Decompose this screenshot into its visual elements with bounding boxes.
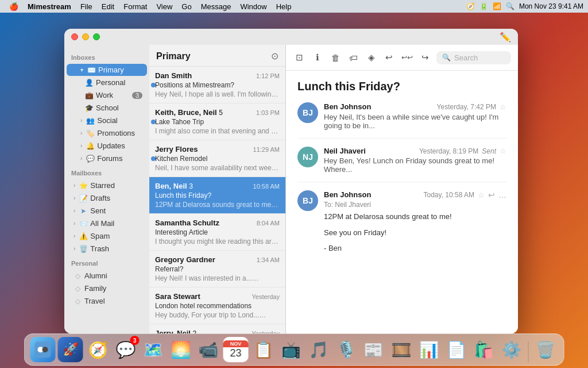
email-item[interactable]: Keith, Bruce, Neil 5 1:03 PM Lake Tahoe … (149, 103, 285, 140)
minimize-button[interactable] (82, 33, 89, 40)
dock-launchpad[interactable]: 🚀 (58, 337, 83, 362)
sidebar-item-updates[interactable]: › 🔔 Updates (67, 140, 147, 152)
message-meta: Yesterday, 8:19 PM Sent ☆ (419, 147, 506, 155)
sidebar-item-family[interactable]: ◇ Family (67, 282, 147, 294)
app-menu[interactable]: Mimestream (23, 0, 76, 13)
email-subject: London hotel recommendations (155, 302, 280, 310)
actions-icon[interactable]: ↩ (488, 190, 495, 200)
sidebar-item-promotions[interactable]: › 🏷️ Promotions (67, 127, 147, 139)
file-menu[interactable]: File (76, 0, 97, 13)
email-item-header: Keith, Bruce, Neil 5 1:03 PM (155, 108, 280, 117)
dock-messages[interactable]: 💬 3 (113, 337, 138, 362)
dock-numbers[interactable]: 📊 (416, 337, 442, 362)
email-item[interactable]: Samantha Schultz 8:04 AM Interesting Art… (149, 214, 285, 251)
dock-music[interactable]: 🎵 (306, 337, 331, 362)
filter-icon[interactable]: ⊙ (271, 51, 278, 62)
dock-finder[interactable] (30, 337, 56, 362)
dock-reminders[interactable]: 📋 (251, 337, 276, 362)
sidebar-item-school[interactable]: 🎓 School (67, 102, 147, 114)
sidebar-item-trash[interactable]: › 🗑️ Trash (67, 243, 147, 255)
dock-podcasts[interactable]: 🎙️ (334, 337, 359, 362)
email-item[interactable]: Jerry, Neil 2 Yesterday Cabinet Options … (149, 324, 285, 334)
email-preview: Hey buddy, For your trip to Lond...Trave… (155, 311, 280, 319)
forums-icon: 💬 (86, 155, 94, 163)
star-icon[interactable]: ☆ (478, 191, 485, 200)
email-from: Keith, Bruce, Neil 5 (155, 108, 223, 117)
email-item-selected[interactable]: Ben, Neil 3 10:58 AM Lunch this Friday? … (149, 177, 285, 214)
email-item[interactable]: Gregory Gardner 1:34 AM Referral? Hey Ne… (149, 251, 285, 288)
sidebar-item-sent[interactable]: › ➤ Sent (67, 205, 147, 217)
sidebar-item-travel[interactable]: ◇ Travel (67, 295, 147, 307)
sidebar-item-label: Trash (90, 244, 142, 253)
more-icon[interactable]: … (498, 190, 506, 200)
edit-menu[interactable]: Edit (97, 0, 119, 13)
reply-all-button[interactable]: ↩↩ (401, 49, 414, 66)
sidebar-item-work[interactable]: 💼 Work 3 (67, 89, 147, 101)
sidebar-item-forums[interactable]: › 💬 Forums (67, 152, 147, 164)
email-from: Gregory Gardner (155, 255, 215, 264)
email-preview: 12PM at Delarosa sounds great to me! Se.… (155, 201, 280, 209)
dock-pages[interactable]: 📄 (444, 337, 469, 362)
star-icon[interactable]: ☆ (500, 147, 506, 155)
chevron-right-icon: › (74, 233, 75, 239)
email-item[interactable]: Jerry Flores 11:29 AM Kitchen Remodel Ne… (149, 140, 285, 177)
menubar-clock: Mon Nov 23 9:41 AM (519, 2, 583, 10)
dock-preferences[interactable]: ⚙️ (499, 337, 524, 362)
message-menu[interactable]: Message (196, 0, 236, 13)
tag-button[interactable]: ◈ (365, 49, 378, 66)
email-subject: Kitchen Remodel (155, 155, 280, 163)
email-item[interactable]: Sara Stewart Yesterday London hotel reco… (149, 288, 285, 324)
go-menu[interactable]: Go (177, 0, 196, 13)
dock-trash[interactable]: 🗑️ (533, 337, 558, 362)
sidebar-item-social[interactable]: › 👥 Social (67, 114, 147, 126)
detail-search[interactable]: 🔍 Search (436, 51, 511, 64)
search-icon: 🔍 (442, 53, 451, 62)
sidebar-item-label: All Mail (90, 219, 142, 228)
email-item-header: Samantha Schultz 8:04 AM (155, 218, 280, 227)
info-button[interactable]: ℹ (311, 49, 324, 66)
help-menu[interactable]: Help (272, 0, 296, 13)
email-from: Jerry, Neil 2 (155, 329, 196, 334)
sidebar-item-drafts[interactable]: › 📝 Drafts (67, 192, 147, 204)
reply-button[interactable]: ↩ (382, 49, 396, 66)
sidebar-item-starred[interactable]: › ⭐ Starred (67, 179, 147, 191)
dock-calendar[interactable]: NOV 23 (223, 337, 249, 362)
message-item: BJ Ben Johnson Yesterday, 7:42 PM ☆ Hey … (297, 102, 506, 139)
forward-button[interactable]: ↪ (419, 49, 432, 66)
sidebar-item-label: Alumni (84, 271, 142, 280)
email-item-header: Dan Smith 1:12 PM (155, 71, 280, 80)
format-menu[interactable]: Format (119, 0, 152, 13)
window-menu[interactable]: Window (235, 0, 271, 13)
archive-button[interactable]: ⊡ (293, 49, 306, 66)
label-button[interactable]: 🏷 (347, 49, 360, 66)
sidebar-item-personal[interactable]: 👤 Personal (67, 76, 147, 89)
dock-maps[interactable]: 🗺️ (141, 337, 166, 362)
dock-tv[interactable]: 📺 (278, 337, 304, 362)
email-list-header: Primary ⊙ (149, 45, 285, 67)
chevron-right-icon: › (80, 155, 82, 162)
trash-button[interactable]: 🗑 (329, 49, 342, 66)
dock-appstore[interactable]: 🛍️ (471, 337, 497, 362)
compose-button[interactable]: ✏️ (500, 32, 511, 43)
search-menubar-icon[interactable]: 🔍 (506, 2, 514, 10)
sidebar-item-alumni[interactable]: ◇ Alumni (67, 270, 147, 282)
email-from: Ben, Neil 3 (155, 182, 193, 190)
dock-photos[interactable]: 🌅 (168, 337, 194, 362)
dock-keynote[interactable]: 🎞️ (389, 337, 414, 362)
sidebar-item-spam[interactable]: › ⚠️ Spam (67, 230, 147, 242)
email-preview: I might also come in that evening and me… (155, 127, 280, 135)
dock-facetime[interactable]: 📹 (196, 337, 221, 362)
dock-news[interactable]: 📰 (361, 337, 386, 362)
maximize-button[interactable] (93, 33, 100, 40)
sidebar-item-allmail[interactable]: › 📨 All Mail (67, 217, 147, 229)
chevron-right-icon: › (74, 208, 75, 214)
close-button[interactable] (71, 33, 78, 40)
email-item[interactable]: Dan Smith 1:12 PM Positions at Mimestrea… (149, 67, 285, 103)
unread-dot (151, 83, 156, 87)
dock-safari[interactable]: 🧭 (86, 337, 111, 362)
email-subject: Lake Tahoe Trip (155, 118, 280, 126)
star-icon[interactable]: ☆ (500, 103, 506, 112)
apple-menu[interactable]: 🍎 (5, 0, 23, 13)
sidebar-item-primary[interactable]: ▾ ✉️ Primary (67, 64, 147, 76)
view-menu[interactable]: View (152, 0, 177, 13)
